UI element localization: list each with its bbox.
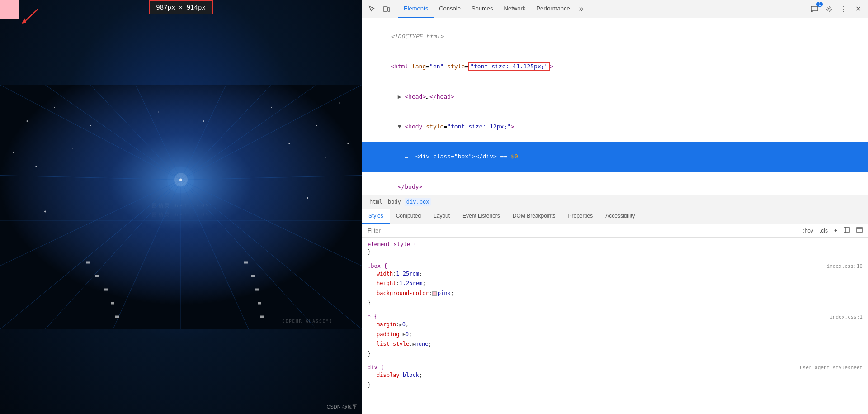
csdn-watermark: CSDN @每平 — [327, 404, 357, 410]
css-prop-padding: padding: ▶ 0; — [368, 330, 863, 340]
svg-line-18 — [181, 180, 249, 329]
hov-button[interactable]: :hov — [801, 227, 815, 235]
css-rules: element.style { } .box { index.css:10 wi… — [362, 238, 868, 414]
svg-point-45 — [307, 197, 308, 199]
color-swatch-pink[interactable] — [432, 291, 437, 296]
svg-line-6 — [181, 85, 271, 180]
tree-body-tag[interactable]: ▼ <body style="font-size: 12px;"> — [362, 112, 868, 142]
svg-line-13 — [181, 180, 362, 266]
tab-event-listeners[interactable]: Event Listeners — [456, 209, 506, 224]
svg-line-12 — [181, 176, 362, 180]
svg-point-33 — [158, 112, 159, 113]
svg-rect-69 — [844, 227, 849, 233]
toggle-sidebar-button[interactable] — [842, 226, 852, 235]
breadcrumb-body[interactable]: body — [386, 198, 403, 206]
css-source-div: user agent stylesheet — [800, 365, 863, 371]
svg-line-15 — [45, 180, 181, 329]
svg-text:图精灵 6PIC.COM: 图精灵 6PIC.COM — [152, 203, 210, 209]
inspect-icon[interactable] — [366, 3, 378, 15]
svg-line-4 — [136, 85, 181, 180]
expand-panel-button[interactable] — [854, 226, 864, 235]
svg-point-34 — [203, 120, 204, 122]
add-style-button[interactable]: + — [832, 227, 839, 235]
svg-point-68 — [828, 8, 830, 10]
svg-rect-58 — [260, 316, 264, 318]
svg-point-35 — [271, 107, 272, 108]
svg-rect-64 — [383, 7, 387, 11]
svg-line-62 — [24, 9, 38, 22]
settings-icon[interactable] — [823, 3, 835, 15]
tab-dom-breakpoints[interactable]: DOM Breakpoints — [506, 209, 562, 224]
svg-line-19 — [181, 180, 316, 329]
svg-point-32 — [90, 125, 91, 126]
tree-doctype[interactable]: <!DOCTYPE html> — [362, 22, 868, 52]
tab-computed[interactable]: Computed — [390, 209, 427, 224]
tab-accessibility[interactable]: Accessibility — [599, 209, 641, 224]
css-source-box[interactable]: index.css:10 — [827, 263, 863, 269]
css-selector-element-style: element.style { — [368, 241, 416, 247]
svg-text:图精灵 6PIC.COM: 图精灵 6PIC.COM — [152, 212, 210, 218]
tab-properties[interactable]: Properties — [562, 209, 599, 224]
pink-box — [0, 0, 19, 19]
tab-sources[interactable]: Sources — [466, 0, 499, 18]
svg-rect-0 — [0, 85, 362, 329]
webpage-preview: 图精灵 6PIC.COM 图精灵 6PIC.COM SEPEHR GHASSEM… — [0, 0, 362, 414]
svg-line-11 — [0, 180, 181, 329]
svg-line-2 — [45, 85, 181, 180]
more-options-icon[interactable]: ⋮ — [837, 3, 850, 15]
svg-line-8 — [181, 85, 362, 180]
svg-rect-53 — [115, 316, 119, 318]
svg-point-46 — [179, 179, 182, 181]
css-rule-div: div { user agent stylesheet display: blo… — [368, 364, 863, 390]
tree-head-tag[interactable]: ▶ <head>…</head> — [362, 82, 868, 112]
svg-point-44 — [44, 211, 46, 213]
css-prop-list-style: list-style: ▶ none; — [368, 339, 863, 349]
svg-point-37 — [339, 103, 340, 104]
tree-html-tag[interactable]: <html lang="en" style="font-size: 41.125… — [362, 52, 868, 81]
css-rule-universal: * { index.css:1 margin: ▶ 0; padding: ▶ … — [368, 314, 863, 359]
tab-performance[interactable]: Performance — [531, 0, 575, 18]
svg-line-16 — [113, 180, 181, 329]
tab-elements[interactable]: Elements — [398, 0, 434, 18]
filter-bar: :hov .cls + — [362, 224, 868, 238]
svg-point-31 — [54, 107, 55, 108]
more-tabs-icon[interactable]: » — [576, 4, 587, 14]
svg-point-39 — [36, 166, 37, 167]
svg-point-47 — [174, 173, 188, 187]
tab-network[interactable]: Network — [499, 0, 531, 18]
svg-rect-49 — [86, 262, 90, 264]
breadcrumb-bar: html body div.box — [362, 195, 868, 209]
tab-console[interactable]: Console — [434, 0, 466, 18]
svg-rect-52 — [111, 302, 114, 305]
tree-body-close[interactable]: </body> — [362, 172, 868, 195]
svg-line-14 — [181, 180, 362, 329]
svg-text:SEPEHR GHASSEMI: SEPEHR GHASSEMI — [282, 319, 332, 324]
svg-rect-56 — [255, 289, 259, 291]
svg-line-1 — [0, 85, 181, 180]
svg-rect-66 — [811, 6, 818, 11]
devtools-icons-left — [366, 3, 393, 15]
styles-tabs: Styles Computed Layout Event Listeners D… — [362, 209, 868, 224]
tab-layout[interactable]: Layout — [427, 209, 456, 224]
cls-button[interactable]: .cls — [818, 227, 830, 235]
notification-count: 1 — [816, 2, 823, 7]
close-devtools-icon[interactable]: ✕ — [852, 3, 864, 15]
svg-rect-57 — [258, 302, 261, 305]
breadcrumb-html[interactable]: html — [368, 198, 384, 206]
svg-rect-51 — [104, 289, 108, 291]
devtools-panel: Elements Console Sources Network Perform… — [362, 0, 868, 414]
tunnel-background: 图精灵 6PIC.COM 图精灵 6PIC.COM SEPEHR GHASSEM… — [0, 0, 362, 414]
filter-input[interactable] — [366, 226, 799, 235]
tab-styles[interactable]: Styles — [362, 209, 390, 224]
svg-point-41 — [289, 143, 290, 144]
css-prop-margin: margin: ▶ 0; — [368, 320, 863, 330]
css-selector-universal: * { — [368, 314, 377, 320]
svg-rect-71 — [857, 227, 862, 233]
css-source-universal[interactable]: index.css:1 — [830, 314, 863, 320]
device-toolbar-icon[interactable] — [380, 3, 393, 15]
notification-badge[interactable]: 1 — [808, 3, 821, 15]
breadcrumb-divbox[interactable]: div.box — [405, 198, 431, 206]
tree-div-box[interactable]: … <div class="box"></div> == $0 — [362, 142, 868, 172]
css-rule-element-style: element.style { } — [368, 241, 863, 257]
svg-line-10 — [0, 180, 181, 266]
